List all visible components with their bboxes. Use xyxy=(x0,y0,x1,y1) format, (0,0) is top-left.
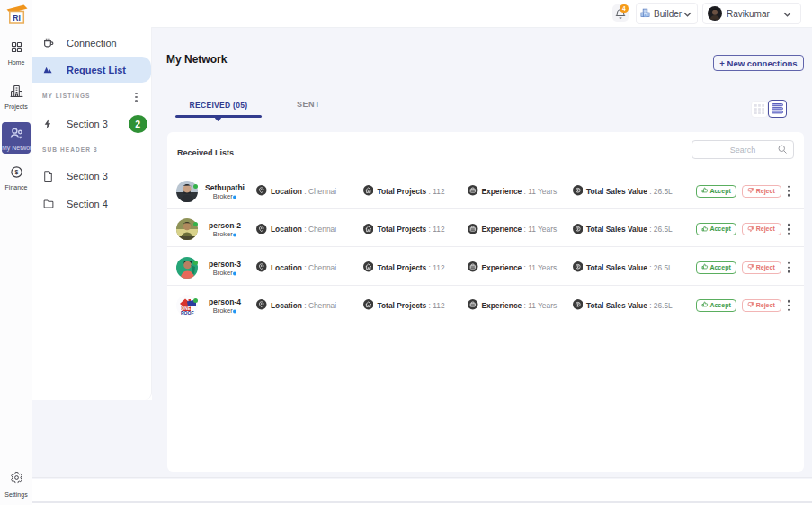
svg-text:$: $ xyxy=(14,169,18,176)
svg-text:RI: RI xyxy=(13,13,21,22)
svg-text:ROOF: ROOF xyxy=(181,310,193,315)
